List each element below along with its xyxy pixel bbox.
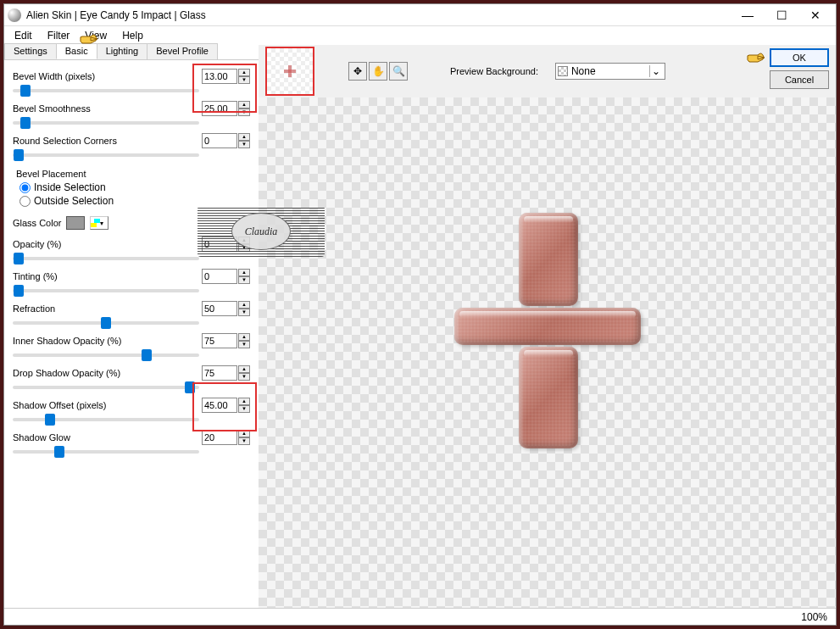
spinner-shadow-glow[interactable]: ▲▼ [238,430,250,445]
row-shadow-offset: Shadow Offset (pixels) ▲▼ [13,398,250,413]
titlebar: Alien Skin | Eye Candy 5 Impact | Glass … [4,4,836,26]
left-panel: Settings Basic Lighting Bevel Profile Be… [4,45,259,608]
input-shadow-offset[interactable] [202,398,237,413]
app-icon [8,8,21,22]
label-tinting: Tinting (%) [13,271,202,281]
combo-preview-background[interactable]: None ⌄ [555,63,665,80]
dialog-window: Alien Skin | Eye Candy 5 Impact | Glass … [3,3,837,626]
group-bevel-placement: Bevel Placement Inside Selection Outside… [16,169,250,208]
radio-inside-label: Inside Selection [34,181,106,193]
params-panel: Bevel Width (pixels) ▲▼ Bevel Smoothness… [4,60,259,467]
label-preview-background: Preview Background: [450,66,538,76]
tab-lighting[interactable]: Lighting [97,43,148,59]
label-glass-color: Glass Color [13,218,61,228]
input-shadow-glow[interactable] [202,430,237,445]
input-tinting[interactable] [202,269,237,284]
statusbar: 100% [4,608,836,625]
radio-inside-selection[interactable]: Inside Selection [19,181,250,194]
dialog-buttons: OK Cancel [770,48,829,89]
right-panel: ✥ ✋ 🔍 Preview Background: None ⌄ OK Canc… [259,45,836,608]
zoom-tool-icon[interactable]: 🔍 [389,62,408,81]
label-refraction: Refraction [13,303,202,314]
move-tool-icon[interactable]: ✥ [348,62,367,81]
row-drop-shadow: Drop Shadow Opacity (%) ▲▼ [13,365,250,381]
zoom-level: 100% [801,611,827,623]
row-round-corners: Round Selection Corners ▲▼ [13,133,250,148]
spinner-tinting[interactable]: ▲▼ [238,269,250,284]
radio-outside-input[interactable] [19,196,31,207]
label-bevel-placement: Bevel Placement [16,169,250,179]
close-button[interactable]: ✕ [798,6,832,25]
label-shadow-glow: Shadow Glow [13,432,202,443]
spinner-shadow-offset[interactable]: ▲▼ [238,398,250,413]
pointing-hand-icon [79,31,99,47]
spinner-refraction[interactable]: ▲▼ [238,301,250,316]
input-bevel-smoothness[interactable] [202,101,237,116]
slider-tinting[interactable] [13,289,199,292]
ok-button[interactable]: OK [770,48,829,67]
glass-color-picker-button[interactable]: ▾ [90,216,108,230]
radio-inside-input[interactable] [19,182,31,193]
window-controls: — ☐ ✕ [731,6,832,25]
slider-refraction[interactable] [13,321,199,325]
row-shadow-glow: Shadow Glow ▲▼ [13,430,250,445]
input-drop-shadow[interactable] [202,365,237,381]
cancel-button[interactable]: Cancel [770,70,829,89]
label-inner-shadow: Inner Shadow Opacity (%) [13,336,202,346]
input-inner-shadow[interactable] [202,333,237,348]
slider-bevel-smoothness[interactable] [13,121,199,125]
spinner-round-corners[interactable]: ▲▼ [238,133,250,148]
slider-shadow-offset[interactable] [13,418,199,421]
label-bevel-smoothness: Bevel Smoothness [13,103,202,114]
combo-preview-value: None [571,65,596,77]
menu-filter[interactable]: Filter [41,28,77,43]
chevron-down-icon: ⌄ [649,65,663,77]
input-round-corners[interactable] [202,133,237,148]
spinner-drop-shadow[interactable]: ▲▼ [238,365,250,381]
spinner-inner-shadow[interactable]: ▲▼ [238,333,250,348]
label-drop-shadow: Drop Shadow Opacity (%) [13,368,202,378]
tab-strip: Settings Basic Lighting Bevel Profile [4,43,259,60]
spinner-bevel-smoothness[interactable]: ▲▼ [238,101,250,116]
menu-edit[interactable]: Edit [8,28,39,43]
glass-piece-top [519,213,578,306]
transparency-swatch-icon [558,66,568,76]
slider-shadow-glow[interactable] [13,450,199,454]
label-shadow-offset: Shadow Offset (pixels) [13,400,202,410]
row-bevel-smoothness: Bevel Smoothness ▲▼ [13,101,250,116]
slider-round-corners[interactable] [13,153,199,157]
slider-bevel-width[interactable] [13,89,199,92]
label-bevel-width: Bevel Width (pixels) [13,71,202,81]
thumbnail-preview[interactable] [265,47,314,96]
hand-tool-icon[interactable]: ✋ [369,62,387,81]
radio-outside-label: Outside Selection [34,195,114,207]
tab-settings[interactable]: Settings [4,43,57,59]
tab-bevel-profile[interactable]: Bevel Profile [147,43,218,59]
watermark-text: Claudia [231,213,291,250]
slider-inner-shadow[interactable] [13,353,199,357]
maximize-button[interactable]: ☐ [765,6,798,25]
label-round-corners: Round Selection Corners [13,136,202,146]
slider-drop-shadow[interactable] [13,386,199,389]
slider-opacity[interactable] [13,257,199,260]
glass-piece-horizontal [454,308,641,345]
menu-help[interactable]: Help [115,28,150,43]
label-opacity: Opacity (%) [13,239,202,249]
toolbar: ✥ ✋ 🔍 Preview Background: None ⌄ OK Canc… [259,45,836,97]
watermark: Claudia [197,206,325,257]
row-refraction: Refraction ▲▼ [13,301,250,316]
window-title: Alien Skin | Eye Candy 5 Impact | Glass [26,9,731,21]
input-refraction[interactable] [202,301,237,316]
row-tinting: Tinting (%) ▲▼ [13,269,250,284]
spinner-bevel-width[interactable]: ▲▼ [238,69,250,84]
tool-icons: ✥ ✋ 🔍 [348,62,408,81]
cross-icon [284,65,296,77]
row-inner-shadow: Inner Shadow Opacity (%) ▲▼ [13,333,250,348]
menubar: Edit Filter View Help [4,26,836,45]
chevron-down-icon: ▾ [100,220,108,227]
input-bevel-width[interactable] [202,69,237,84]
minimize-button[interactable]: — [731,6,765,25]
glass-color-swatch[interactable] [66,216,85,230]
glass-piece-bottom [519,347,578,448]
preview-canvas[interactable] [259,97,836,608]
